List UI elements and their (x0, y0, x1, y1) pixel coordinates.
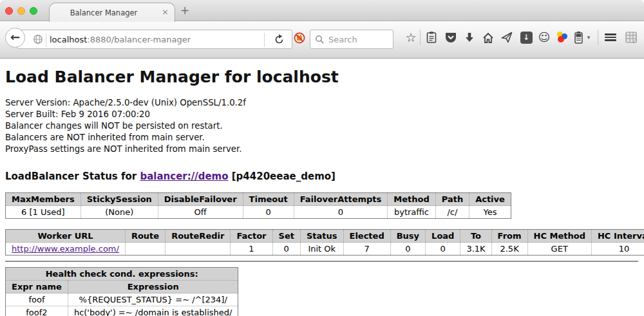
table-header-row: Expr name Expression (6, 281, 238, 293)
tab-balancer-manager[interactable]: Balancer Manager × (49, 3, 175, 22)
url-divider-right (264, 33, 265, 47)
globe-icon (33, 34, 43, 44)
column-header: Method (388, 193, 435, 206)
tab-close-icon[interactable]: × (162, 7, 169, 17)
column-header: To (460, 230, 491, 243)
cell-method: bytraffic (388, 206, 435, 219)
health-table-caption: Health check cond. expressions: (6, 268, 238, 281)
bookmark-star-button[interactable]: ☆ (403, 30, 419, 45)
table-header-row: MaxMembers StickySession DisableFailover… (6, 193, 511, 206)
home-button[interactable] (480, 30, 496, 45)
url-text[interactable]: localhost:8880/balancer-manager (50, 35, 191, 44)
downloads-button[interactable] (462, 30, 477, 45)
new-tab-button[interactable]: + (180, 4, 189, 17)
page-title: Load Balancer Manager for localhost (5, 68, 638, 86)
search-bar[interactable] (310, 30, 393, 49)
cell-stickysession: (None) (80, 206, 158, 219)
cell-to: 3.1K (460, 243, 491, 256)
loadbalancer-status-heading: LoadBalancer Status for balancer://demo … (5, 171, 638, 182)
column-header: StickySession (80, 193, 158, 206)
table-row: 6 [1 Used] (None) Off 0 0 bytraffic /c/ … (6, 206, 511, 219)
search-icon (315, 35, 325, 44)
column-header: Status (300, 230, 343, 243)
table-row: foof2 hc('body') =~ /domain is establish… (6, 306, 238, 316)
column-header: Load (426, 230, 460, 243)
star-icon: ☆ (405, 32, 416, 44)
pocket-button[interactable] (443, 30, 459, 45)
column-header: HC Method (527, 230, 591, 243)
send-tab-button[interactable] (499, 30, 515, 45)
server-version-line: Server Version: Apache/2.5.0-dev (Unix) … (5, 97, 638, 109)
cell-maxmembers: 6 [1 Used] (6, 206, 81, 219)
balancers-note-line: Balancers are NOT inherited from main se… (5, 132, 638, 144)
window-minimize-button[interactable] (17, 7, 25, 15)
cell-expr-name: foof2 (6, 306, 68, 316)
column-header: From (491, 230, 527, 243)
worker-url-link[interactable]: http://www.example.com/ (12, 244, 119, 254)
browser-window: Balancer Manager × + ← localhost:8880/ba… (0, 0, 644, 316)
window-close-button[interactable] (5, 7, 13, 15)
table-header-row: Worker URL Route RouteRedir Factor Set S… (6, 230, 644, 243)
server-info: Server Version: Apache/2.5.0-dev (Unix) … (5, 97, 638, 155)
cell-active: Yes (469, 206, 511, 219)
url-path: :8880/balancer-manager (87, 35, 191, 44)
extension-dropdown-button[interactable]: ▾ (583, 30, 594, 45)
download-arrow-icon (464, 32, 475, 44)
status-heading-suffix: [p4420eeae_demo] (229, 171, 336, 182)
cell-timeout: 0 (243, 206, 294, 219)
video-download-helper-button[interactable]: ↓ (518, 30, 534, 45)
column-header: Active (469, 193, 511, 206)
cell-hc-interval: 10 (591, 243, 644, 256)
reload-icon[interactable] (273, 33, 285, 46)
cell-busy: 0 (390, 243, 425, 256)
menu-button[interactable] (603, 30, 618, 45)
column-header: Path (435, 193, 469, 206)
cell-from: 2.5K (491, 243, 527, 256)
server-built-line: Server Built: Feb 9 2016 07:00:20 (5, 109, 638, 120)
search-input[interactable] (328, 31, 390, 48)
titlebar: Balancer Manager × + (0, 0, 644, 21)
column-header: Elected (343, 230, 390, 243)
balancer-demo-link[interactable]: balancer://demo (140, 171, 228, 182)
smiley-icon: ☺ (538, 32, 551, 43)
table-caption-row: Health check cond. expressions: (6, 268, 238, 281)
plugin-blocked-icon[interactable] (294, 32, 305, 44)
square-download-icon: ↓ (520, 32, 533, 44)
colored-dots-icon (555, 31, 568, 44)
column-header: HC Interval (591, 230, 644, 243)
cell-disablefailover: Off (158, 206, 243, 219)
cell-elected: 7 (343, 243, 390, 256)
back-arrow-icon: ← (10, 30, 20, 44)
chevron-down-icon: ▾ (587, 34, 591, 41)
cell-status: Init Ok (300, 243, 343, 256)
page-grid-extension-button[interactable] (623, 30, 639, 45)
back-button[interactable]: ← (5, 28, 25, 48)
table-row: foof %{REQUEST_STATUS} =~ /^[234]/ (6, 293, 238, 306)
grid-page-icon (625, 31, 638, 44)
health-check-table: Health check cond. expressions: Expr nam… (5, 267, 238, 316)
proxypass-note-line: ProxyPass settings are NOT inherited fro… (5, 144, 638, 155)
column-header: DisableFailover (158, 193, 243, 206)
balancer-summary-table: MaxMembers StickySession DisableFailover… (5, 192, 511, 219)
column-header: Route (125, 230, 165, 243)
persist-note-line: Balancer changes will NOT be persisted o… (5, 120, 638, 132)
pocket-icon (444, 32, 457, 44)
hamburger-icon (605, 32, 616, 42)
cell-expression: hc('body') =~ /domain is established/ (68, 306, 238, 316)
toolbar-separator (420, 30, 421, 45)
cell-worker-url: http://www.example.com/ (6, 243, 126, 256)
cell-factor: 1 (231, 243, 272, 256)
column-header: FailoverAttempts (294, 193, 388, 206)
column-header: Expr name (6, 281, 68, 293)
column-header: Timeout (243, 193, 294, 206)
status-heading-prefix: LoadBalancer Status for (5, 171, 140, 182)
url-bar[interactable]: localhost:8880/balancer-manager (17, 30, 292, 49)
reading-list-button[interactable] (424, 30, 439, 45)
cell-load: 0 (426, 243, 460, 256)
cell-set: 0 (272, 243, 300, 256)
colored-dots-extension-button[interactable] (554, 30, 569, 45)
navigation-toolbar: ← localhost:8880/balancer-manager (0, 22, 644, 59)
page-content: Load Balancer Manager for localhost Serv… (0, 59, 644, 316)
feedback-smiley-button[interactable]: ☺ (536, 30, 552, 45)
window-zoom-button[interactable] (30, 7, 37, 15)
